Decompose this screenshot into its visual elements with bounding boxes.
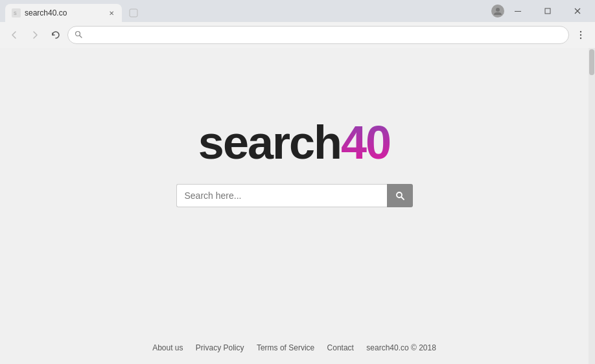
close-button[interactable] bbox=[563, 0, 592, 22]
footer-link-terms[interactable]: Terms of Service bbox=[257, 343, 314, 352]
search-container bbox=[176, 184, 413, 207]
logo-search-text: search bbox=[198, 117, 341, 168]
minimize-button[interactable] bbox=[503, 0, 533, 22]
svg-point-10 bbox=[580, 31, 581, 32]
site-logo: search40 bbox=[198, 119, 390, 166]
tab-favicon: S bbox=[12, 8, 21, 17]
svg-point-3 bbox=[496, 8, 500, 12]
svg-line-14 bbox=[401, 197, 404, 199]
nav-bar bbox=[0, 22, 595, 48]
forward-button[interactable] bbox=[26, 26, 44, 44]
svg-line-9 bbox=[80, 35, 82, 38]
page-content: search40 About us Privacy Policy Terms o… bbox=[0, 48, 589, 364]
browser-frame: S search40.co ✕ bbox=[0, 0, 595, 364]
svg-rect-2 bbox=[130, 9, 137, 17]
tab-title: search40.co bbox=[25, 8, 67, 17]
footer: About us Privacy Policy Terms of Service… bbox=[0, 343, 589, 352]
search-input[interactable] bbox=[176, 184, 387, 207]
scrollbar-thumb[interactable] bbox=[589, 49, 594, 75]
address-search-icon bbox=[75, 30, 82, 40]
new-tab-button[interactable] bbox=[124, 4, 143, 22]
reload-button[interactable] bbox=[47, 26, 65, 44]
svg-text:S: S bbox=[14, 11, 17, 16]
browser-content-wrapper: search40 About us Privacy Policy Terms o… bbox=[0, 48, 595, 364]
profile-icon[interactable] bbox=[491, 5, 504, 17]
address-bar[interactable] bbox=[67, 26, 569, 44]
footer-link-about[interactable]: About us bbox=[152, 343, 183, 352]
menu-button[interactable] bbox=[572, 26, 590, 44]
footer-link-privacy[interactable]: Privacy Policy bbox=[196, 343, 244, 352]
title-bar: S search40.co ✕ bbox=[0, 0, 595, 22]
svg-rect-4 bbox=[515, 11, 521, 12]
active-tab[interactable]: S search40.co ✕ bbox=[5, 4, 122, 22]
tab-area: S search40.co ✕ bbox=[5, 0, 143, 22]
logo-number-text: 40 bbox=[341, 117, 390, 168]
window-controls bbox=[503, 0, 595, 22]
svg-rect-5 bbox=[545, 8, 550, 14]
footer-link-copyright[interactable]: search40.co © 2018 bbox=[366, 343, 436, 352]
search-button[interactable] bbox=[387, 184, 413, 207]
svg-point-12 bbox=[580, 38, 581, 39]
tab-close-button[interactable]: ✕ bbox=[106, 8, 117, 18]
back-button[interactable] bbox=[5, 26, 23, 44]
maximize-button[interactable] bbox=[533, 0, 563, 22]
svg-point-11 bbox=[580, 34, 581, 36]
scrollbar[interactable] bbox=[589, 48, 595, 364]
footer-link-contact[interactable]: Contact bbox=[327, 343, 354, 352]
profile-area[interactable] bbox=[491, 5, 504, 17]
